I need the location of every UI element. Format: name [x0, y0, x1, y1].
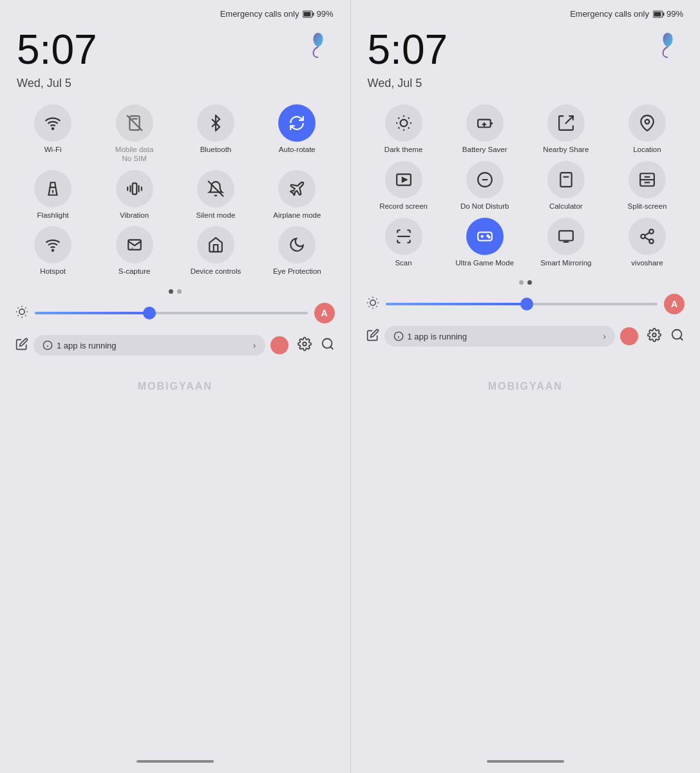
nearby-share-icon-wrap [547, 104, 585, 142]
clock-time: 5:07 [17, 29, 97, 70]
bottom-avatar[interactable] [270, 336, 289, 354]
hotspot-label: Hotspot [40, 267, 66, 276]
tile-vivoshare[interactable]: vivoshare [609, 218, 686, 268]
flashlight-label: Flashlight [37, 211, 69, 220]
settings-icon[interactable] [647, 328, 661, 345]
page-dots [363, 280, 689, 285]
tile-record-screen[interactable]: Record screen [365, 161, 442, 211]
info-icon [43, 340, 53, 350]
mobile-data-label: Mobile data No SIM [115, 146, 153, 164]
svg-line-82 [376, 298, 377, 299]
tile-bluetooth[interactable]: Bluetooth [177, 104, 254, 164]
tile-battery-saver[interactable]: Battery Saver [446, 104, 524, 155]
ultra-game-mode-icon-wrap [466, 218, 504, 255]
tile-wifi[interactable]: Wi-Fi [14, 104, 91, 164]
battery-indicator: 99% [653, 9, 683, 19]
page-dots [12, 289, 339, 294]
svg-rect-31 [654, 12, 661, 16]
tile-location[interactable]: Location [609, 104, 686, 155]
settings-icon[interactable] [298, 337, 312, 354]
vivoshare-label: vivoshare [631, 259, 663, 268]
bottom-icons [270, 336, 335, 354]
dark-theme-label: Dark theme [384, 146, 422, 155]
clock-time: 5:07 [368, 29, 448, 70]
svg-line-72 [645, 237, 649, 240]
tile-scan[interactable]: Scan [365, 218, 442, 268]
vivoshare-icon-wrap [629, 218, 666, 255]
search-icon[interactable] [321, 337, 335, 354]
svg-line-81 [368, 306, 369, 307]
auto-rotate-label: Auto-rotate [279, 146, 316, 155]
running-apps-pill[interactable]: 1 app is running › [33, 335, 265, 356]
tile-do-not-disturb[interactable]: Do Not Disturb [446, 161, 524, 211]
svg-point-71 [649, 239, 654, 243]
bluetooth-label: Bluetooth [200, 146, 232, 155]
user-avatar[interactable]: A [314, 303, 335, 323]
scan-label: Scan [395, 259, 411, 268]
home-indicator[interactable] [487, 760, 564, 763]
smart-mirroring-icon-wrap [547, 218, 585, 255]
running-apps-pill[interactable]: 1 app is running › [384, 326, 616, 347]
bottom-avatar[interactable] [620, 327, 638, 345]
brightness-row: A [363, 294, 689, 314]
svg-line-36 [408, 128, 409, 129]
tile-nearby-share[interactable]: Nearby Share [527, 104, 605, 155]
calculator-icon-wrap [547, 161, 585, 198]
svg-line-21 [25, 307, 26, 308]
wifi-label: Wi-Fi [44, 146, 62, 155]
edit-icon[interactable] [366, 329, 379, 345]
search-icon[interactable] [670, 328, 685, 345]
svg-line-17 [25, 315, 26, 316]
brightness-slider[interactable] [386, 303, 658, 305]
split-screen-icon-wrap [629, 161, 666, 198]
user-avatar[interactable]: A [664, 294, 685, 314]
record-screen-icon-wrap [385, 161, 422, 198]
app-logo [303, 29, 334, 60]
ultra-game-mode-label: Ultra Game Mode [455, 259, 514, 268]
s-capture-icon-wrap [116, 226, 153, 263]
clock-area: 5:07 [12, 21, 339, 73]
clock-date: Wed, Jul 5 [12, 73, 339, 90]
tile-dark-theme[interactable]: Dark theme [365, 104, 442, 155]
tile-split-screen[interactable]: Split-screen [609, 161, 686, 211]
svg-line-39 [398, 128, 399, 129]
svg-point-25 [277, 341, 281, 345]
tile-airplane-mode[interactable]: Airplane mode [258, 170, 336, 220]
brightness-slider[interactable] [35, 312, 308, 314]
tile-flashlight[interactable]: Flashlight [14, 170, 91, 220]
svg-point-26 [303, 342, 307, 346]
tile-s-capture[interactable]: S-capture [95, 226, 173, 276]
tile-mobile-data[interactable]: Mobile data No SIM [95, 104, 173, 164]
tile-hotspot[interactable]: Hotspot [14, 226, 91, 276]
battery-saver-icon-wrap [466, 104, 504, 142]
dark-theme-icon-wrap [385, 104, 422, 142]
tile-smart-mirroring[interactable]: Smart Mirroring [527, 218, 605, 268]
auto-rotate-icon-wrap [278, 104, 316, 142]
edit-icon[interactable] [15, 338, 28, 354]
svg-marker-46 [402, 178, 406, 182]
svg-line-78 [376, 306, 377, 307]
calculator-label: Calculator [549, 202, 583, 211]
svg-point-10 [52, 250, 53, 251]
panel-left: Emergency calls only 99% 5:07 Wed, Jul 5… [0, 0, 350, 773]
running-text: 1 app is running [57, 341, 249, 350]
running-text: 1 app is running [408, 332, 600, 341]
svg-line-20 [18, 315, 19, 316]
tile-auto-rotate[interactable]: Auto-rotate [258, 104, 336, 164]
tile-silent-mode[interactable]: Silent mode [177, 170, 254, 220]
tile-vibration[interactable]: Vibration [95, 170, 173, 220]
home-indicator[interactable] [137, 760, 214, 763]
page-dot-0 [169, 289, 173, 294]
svg-rect-49 [560, 173, 571, 187]
page-dot-0 [519, 280, 524, 285]
chevron-right-icon: › [253, 340, 256, 350]
clock-area: 5:07 [363, 21, 689, 73]
flashlight-icon-wrap [34, 170, 71, 207]
svg-rect-2 [304, 12, 311, 16]
chevron-right-icon: › [603, 331, 606, 341]
tile-eye-protection[interactable]: Eye Protection [258, 226, 336, 276]
tile-calculator[interactable]: Calculator [527, 161, 605, 211]
tile-ultra-game-mode[interactable]: Ultra Game Mode [446, 218, 524, 268]
tile-device-controls[interactable]: Device controls [177, 226, 254, 276]
tiles-grid: Dark themeBattery SaverNearby ShareLocat… [363, 102, 689, 270]
